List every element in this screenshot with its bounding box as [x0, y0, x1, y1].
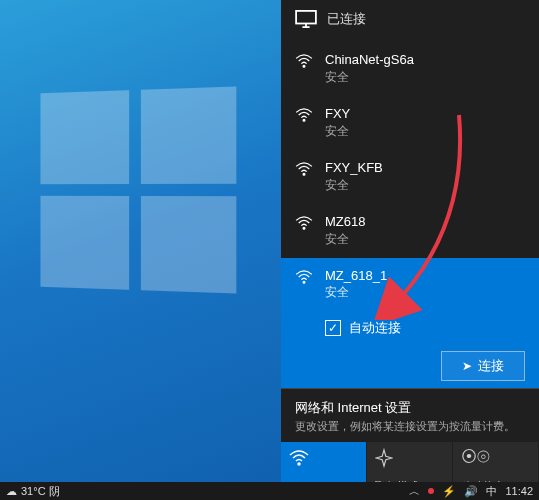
taskbar-weather[interactable]: ☁ 31°C 阴	[6, 484, 60, 499]
wifi-item[interactable]: FXY_KFB 安全	[281, 150, 539, 204]
wifi-signal-icon	[295, 270, 313, 284]
tray-network-icon[interactable]: ⚡	[442, 485, 456, 498]
wifi-signal-icon	[295, 108, 313, 122]
wifi-network-list: ChinaNet-gS6a 安全 FXY 安全 FXY_KFB 安全	[281, 42, 539, 388]
wifi-signal-icon	[295, 54, 313, 68]
airplane-icon	[375, 448, 393, 468]
auto-connect-label: 自动连接	[349, 319, 401, 337]
wifi-name: FXY	[325, 106, 350, 123]
wifi-status: 安全	[325, 284, 387, 301]
wifi-status: 安全	[325, 69, 414, 86]
wifi-name: ChinaNet-gS6a	[325, 52, 414, 69]
wifi-status: 安全	[325, 231, 365, 248]
auto-connect-row[interactable]: ✓ 自动连接	[281, 311, 539, 345]
svg-point-8	[298, 463, 300, 465]
svg-point-7	[303, 281, 305, 283]
wifi-icon	[289, 448, 309, 468]
cursor-icon: ➤	[462, 359, 472, 373]
connected-network-header[interactable]: 已连接	[281, 0, 539, 42]
taskbar: ☁ 31°C 阴 ︿ ⚡ 🔊 中 11:42	[0, 482, 539, 500]
weather-icon: ☁	[6, 485, 17, 498]
wifi-status: 安全	[325, 123, 350, 140]
svg-point-5	[303, 173, 305, 175]
tray-record-icon[interactable]	[428, 488, 434, 494]
settings-title: 网络和 Internet 设置	[295, 399, 525, 417]
network-settings-link[interactable]: 网络和 Internet 设置 更改设置，例如将某连接设置为按流量计费。	[281, 388, 539, 442]
selected-network-block: MZ_618_1 安全 ✓ 自动连接 ➤ 连接	[281, 258, 539, 388]
wifi-name: MZ618	[325, 214, 365, 231]
connect-button-label: 连接	[478, 357, 504, 375]
wifi-status: 安全	[325, 177, 383, 194]
ethernet-icon	[295, 10, 317, 28]
connected-label: 已连接	[327, 10, 366, 28]
taskbar-clock[interactable]: 11:42	[505, 485, 533, 497]
hotspot-icon: ⦿⦾	[461, 448, 490, 468]
settings-description: 更改设置，例如将某连接设置为按流量计费。	[295, 419, 525, 434]
auto-connect-checkbox[interactable]: ✓	[325, 320, 341, 336]
connect-button[interactable]: ➤ 连接	[441, 351, 525, 381]
windows-logo	[40, 86, 236, 293]
svg-point-3	[303, 65, 305, 67]
svg-point-4	[303, 119, 305, 121]
tray-chevron-icon[interactable]: ︿	[409, 484, 420, 499]
weather-text: 31°C 阴	[21, 484, 60, 499]
ime-indicator[interactable]: 中	[486, 484, 497, 499]
wifi-signal-icon	[295, 162, 313, 176]
wifi-item-selected[interactable]: MZ_618_1 安全	[281, 258, 539, 312]
wifi-name: FXY_KFB	[325, 160, 383, 177]
svg-rect-0	[296, 11, 316, 24]
tray-volume-icon[interactable]: 🔊	[464, 485, 478, 498]
svg-point-6	[303, 227, 305, 229]
wifi-name: MZ_618_1	[325, 268, 387, 285]
wifi-item[interactable]: MZ618 安全	[281, 204, 539, 258]
wifi-item[interactable]: ChinaNet-gS6a 安全	[281, 42, 539, 96]
wifi-item[interactable]: FXY 安全	[281, 96, 539, 150]
wifi-signal-icon	[295, 216, 313, 230]
network-flyout-panel: 已连接 ChinaNet-gS6a 安全 FXY 安全	[281, 0, 539, 500]
